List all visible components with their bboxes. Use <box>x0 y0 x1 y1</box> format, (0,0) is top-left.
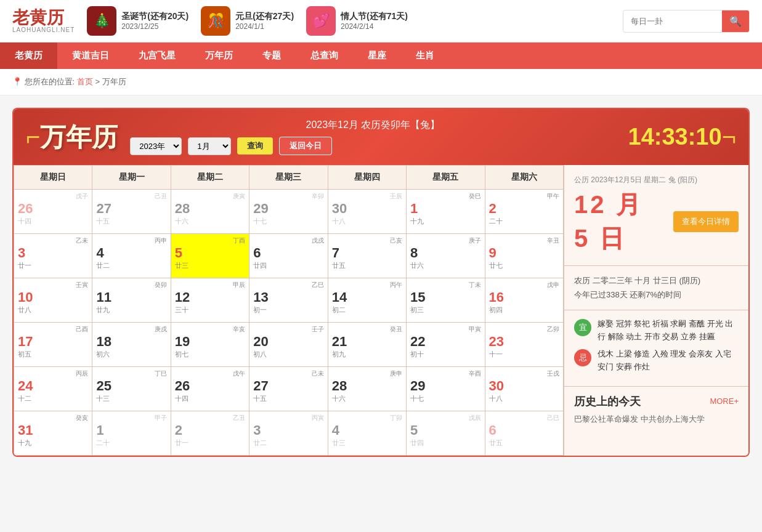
calendar-cell[interactable]: 乙巳13初一 <box>249 278 328 323</box>
calendar-cell[interactable]: 己丑27十五 <box>92 190 171 234</box>
nav-item-wannian[interactable]: 万年历 <box>190 42 248 69</box>
view-detail-button[interactable]: 查看今日详情 <box>673 211 739 232</box>
calendar-cell[interactable]: 丙午14初二 <box>328 278 406 323</box>
day-number: 2 <box>489 201 559 217</box>
calendar-cell[interactable]: 癸亥31十九 <box>14 411 92 456</box>
calendar-row: 戊子26十四己丑27十五庚寅28十六辛卯29十七壬辰30十八癸巳1十九甲午2二十 <box>14 190 564 234</box>
day-number: 22 <box>410 334 480 350</box>
calendar-cell[interactable]: 丙辰24十二 <box>14 367 92 411</box>
ganzhi-text: 戊子 <box>18 192 88 201</box>
nav-item-jiugong[interactable]: 九宫飞星 <box>124 42 190 69</box>
lunar-day: 十一 <box>489 350 559 359</box>
day-number: 3 <box>18 245 88 261</box>
ganzhi-text: 丙寅 <box>253 414 323 422</box>
day-number: 18 <box>96 334 166 350</box>
day-number: 14 <box>332 289 402 305</box>
calendar-cell[interactable]: 壬寅10廿八 <box>14 278 92 323</box>
nav-item-shengxiao[interactable]: 生肖 <box>401 42 449 69</box>
search-input[interactable] <box>623 12 722 31</box>
calendar-cell[interactable]: 丁酉5廿三 <box>171 234 249 278</box>
calendar-cell[interactable]: 乙卯23十一 <box>485 323 563 367</box>
day-number: 12 <box>175 289 245 305</box>
calendar-row: 己酉17初五庚戌18初六辛亥19初七壬子20初八癸丑21初九甲寅22初十乙卯23… <box>14 323 564 367</box>
ganzhi-text: 癸卯 <box>96 281 166 289</box>
calendar-cell[interactable]: 乙丑2廿一 <box>171 411 249 456</box>
calendar-cell[interactable]: 戊申16初四 <box>485 278 563 323</box>
calendar-row: 壬寅10廿八癸卯11廿九甲辰12三十乙巳13初一丙午14初二丁未15初三戊申16… <box>14 278 564 323</box>
day-number: 5 <box>175 245 245 261</box>
day-number: 1 <box>410 201 480 217</box>
calendar-cell[interactable]: 丙申4廿二 <box>92 234 171 278</box>
calendar-cell[interactable]: 丁巳25十三 <box>92 367 171 411</box>
ganzhi-text: 戊辰 <box>410 414 480 422</box>
ganzhi-text: 己巳 <box>489 414 559 422</box>
return-today-button[interactable]: 返回今日 <box>279 137 332 155</box>
calendar-cell[interactable]: 庚子8廿六 <box>407 234 485 278</box>
calendar-row: 癸亥31十九甲子1二十乙丑2廿一丙寅3廿二丁卯4廿三戊辰5廿四己巳6廿五 <box>14 411 564 456</box>
ganzhi-text: 戊戌 <box>253 236 323 245</box>
calendar-cell[interactable]: 甲午2二十 <box>485 190 563 234</box>
lunar-day: 十五 <box>96 217 166 226</box>
more-link[interactable]: MORE+ <box>710 397 739 406</box>
query-button[interactable]: 查询 <box>237 137 273 155</box>
calendar-cell[interactable]: 戊辰5廿四 <box>407 411 485 456</box>
calendar-cell[interactable]: 丙寅3廿二 <box>249 411 328 456</box>
calendar-cell[interactable]: 己未27十五 <box>249 367 328 411</box>
calendar-cell[interactable]: 戊戌6廿四 <box>249 234 328 278</box>
search-button[interactable]: 🔍 <box>722 10 749 32</box>
calendar-cell[interactable]: 辛丑9廿七 <box>485 234 563 278</box>
year-select[interactable]: 2021年 2023年 <box>130 137 182 155</box>
lunar-day: 廿二 <box>96 261 166 270</box>
calendar-cell[interactable]: 辛卯29十七 <box>249 190 328 234</box>
calendar-cell[interactable]: 甲辰12三十 <box>171 278 249 323</box>
calendar-cell[interactable]: 己亥7廿五 <box>328 234 406 278</box>
lunar-day: 廿七 <box>489 261 559 270</box>
calendar-cell[interactable]: 己巳6廿五 <box>485 411 563 456</box>
calendar-cell[interactable]: 戊午26十四 <box>171 367 249 411</box>
calendar-cell[interactable]: 己酉17初五 <box>14 323 92 367</box>
header: 老黄历 LAOHUANGLI.NET 🎄 圣诞节(还有20天) 2023/12/… <box>0 0 762 42</box>
calendar-cell[interactable]: 甲寅22初十 <box>407 323 485 367</box>
calendar-cell[interactable]: 甲子1二十 <box>92 411 171 456</box>
calendar-cell[interactable]: 癸丑21初九 <box>328 323 406 367</box>
cal-time-display: 14:33:10 <box>628 124 722 150</box>
big-date-area: 12 月 5 日 查看今日详情 <box>574 188 739 256</box>
day-number: 10 <box>18 289 88 305</box>
ganzhi-text: 壬寅 <box>18 281 88 289</box>
nav-item-zodiac[interactable]: 星座 <box>353 42 401 69</box>
calendar-cell[interactable]: 辛酉29十七 <box>407 367 485 411</box>
calendar-cell[interactable]: 癸巳1十九 <box>407 190 485 234</box>
search-box: 🔍 <box>623 10 750 33</box>
month-select[interactable]: 1月 12月 <box>188 137 231 155</box>
ganzhi-text: 庚戌 <box>96 325 166 334</box>
calendar-cell[interactable]: 庚申28十六 <box>328 367 406 411</box>
calendar-cell[interactable]: 丁卯4廿三 <box>328 411 406 456</box>
lunar-day: 廿九 <box>96 305 166 315</box>
breadcrumb-home[interactable]: 首页 <box>77 77 93 86</box>
calendar-cell[interactable]: 壬戌30十八 <box>485 367 563 411</box>
calendar-cell[interactable]: 庚戌18初六 <box>92 323 171 367</box>
newyear-date: 2024/1/1 <box>235 22 294 31</box>
calendar-cell[interactable]: 庚寅28十六 <box>171 190 249 234</box>
ji-text: 伐木 上梁 修造 入殓 理发 会亲友 入宅 安门 安葬 作灶 <box>598 348 739 374</box>
ganzhi-text: 丁酉 <box>175 236 245 245</box>
nav-item-special[interactable]: 专题 <box>248 42 296 69</box>
ganzhi-text: 癸丑 <box>332 325 402 334</box>
day-number: 25 <box>96 378 166 394</box>
calendar-cell[interactable]: 乙未3廿一 <box>14 234 92 278</box>
calendar-cell[interactable]: 壬辰30十八 <box>328 190 406 234</box>
nav-item-auspicious[interactable]: 黄道吉日 <box>57 42 124 69</box>
day-number: 3 <box>253 422 323 438</box>
nav-item-query[interactable]: 总查询 <box>296 42 353 69</box>
clock-display: 14:33:10 <box>628 124 722 150</box>
calendar-cell[interactable]: 丁未15初三 <box>407 278 485 323</box>
calendar-cell[interactable]: 辛亥19初七 <box>171 323 249 367</box>
calendar-cell[interactable]: 戊子26十四 <box>14 190 92 234</box>
calendar-cell[interactable]: 癸卯11廿九 <box>92 278 171 323</box>
nav-item-calendar[interactable]: 老黄历 <box>0 42 57 69</box>
day-number: 4 <box>332 422 402 438</box>
calendar-cell[interactable]: 壬子20初八 <box>249 323 328 367</box>
ganzhi-text: 庚子 <box>410 236 480 245</box>
lunar-day: 廿四 <box>410 438 480 448</box>
calendar-header: ⌐ 万年历 2023年12月 农历癸卯年【兔】 2021年 2023年 1月 1… <box>14 109 748 165</box>
